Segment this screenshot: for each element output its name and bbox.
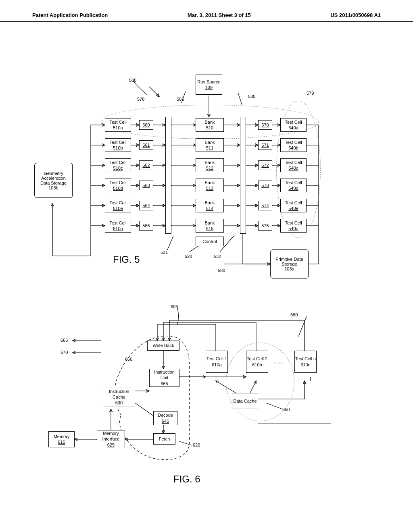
left-test-cell: Test Cell510b [105,138,131,152]
label-680: 680 [290,312,298,317]
right-test-cell: Test Cell540c [280,158,307,172]
label-665: 665 [60,338,68,343]
left-mid-box: 564 [139,201,153,210]
right-test-cell: Test Cell540b [280,138,307,152]
left-test-cell: Test Cell510e [105,199,131,212]
ellipsis-dots: ○ ○ ○ [274,361,283,365]
instr-cache-label: Instruction Cache [103,389,135,400]
write-back-box: Write Back [147,341,179,351]
instr-unit-ref: 665 [161,381,168,387]
test-cell-n: Test Cell n 610n [294,351,317,373]
vbar-left [165,117,171,234]
left-test-cell: Test Cell510n [105,219,131,233]
prim-ref: 103a [272,266,307,271]
control-label: Control [202,239,217,244]
right-mid-box: 571 [258,140,272,150]
svg-line-74 [135,403,155,417]
right-mid-box: 573 [258,181,272,190]
bank-box: Bank513 [196,179,224,192]
geom-l2: Acceleration [36,176,71,181]
left-test-cell: Test Cell510a [105,118,131,132]
instr-cache-box: Instruction Cache 630 [103,387,135,407]
mem-if-label: Memory Interface [97,430,125,442]
label-530: 530 [248,94,255,99]
test-cell-1: Test Cell 1 610a [206,351,228,373]
instr-cache-ref: 630 [115,400,123,405]
label-532: 532 [214,254,221,259]
prim-l1: Primitive Data [272,257,307,262]
label-578: 578 [137,97,144,102]
prim-storage: Primitive Data Storage 103a [270,252,309,276]
header-center: Mar. 3, 2011 Sheet 3 of 15 [188,12,251,18]
ray-source-ref: 139 [205,85,213,90]
left-mid-box: 565 [139,221,153,231]
fig6-title: FIG. 6 [173,474,200,485]
right-test-cell: Test Cell540a [280,118,307,132]
label-520: 520 [185,254,192,259]
header-right: US 2011/0050698 A1 [330,12,381,18]
instr-unit-label: Instruction Unit [150,369,179,381]
left-mid-box: 563 [139,181,153,190]
label-603: 603 [171,304,178,309]
decode-box: Decode 645 [153,411,177,425]
label-500: 500 [129,78,136,83]
write-back-label: Write Back [153,343,174,348]
tc2-ref: 610b [252,362,262,368]
decode-label: Decode [158,412,173,418]
svg-line-65 [298,316,307,337]
svg-line-1 [149,87,159,97]
fetch-label: Fetch [159,436,170,442]
right-mid-box: 575 [258,221,272,231]
label-505: 505 [177,97,184,102]
data-cache-box: Data Cache [232,393,258,409]
diagram-page: Ray Source 139 Control Geometry Accelera… [0,26,413,530]
bank-box: Bank510 [196,118,224,132]
right-test-cell: Test Cell540d [280,179,307,192]
fetch-box: Fetch [153,433,175,445]
decode-ref: 645 [162,418,169,424]
left-mid-box: 562 [139,160,153,170]
left-mid-box: 561 [139,140,153,150]
right-test-cell: Test Cell540n [280,219,307,233]
geom-l3: Data Storage [36,181,71,185]
label-650: 650 [282,407,290,412]
bank-box: Bank515 [196,219,224,233]
prim-l2: Storage [272,262,307,266]
tcn-ref: 610n [300,362,310,368]
label-580: 580 [218,268,225,273]
fig6-arrows [0,26,413,530]
right-test-cell: Test Cell540e [280,199,307,212]
bank-box: Bank511 [196,138,224,152]
label-620: 620 [193,443,200,447]
header-left: Patent Application Publication [32,12,108,18]
geom-ref: 103b [36,185,71,190]
svg-line-62 [167,236,173,250]
test-cell-2: Test Cell 2 610b [246,351,268,373]
memory-box: Memory 615 [48,431,75,447]
tc2-name: Test Cell 2 [247,356,267,362]
memory-label: Memory [54,434,70,439]
label-660: 660 [125,357,132,362]
ray-source-label: Ray Source [197,79,220,85]
tc1-ref: 610a [212,362,221,368]
tcn-name: Test Cell n [295,356,316,362]
ray-source-box: Ray Source 139 [196,75,222,95]
geom-l1: Geometry [36,171,71,176]
memory-ref: 615 [58,439,65,445]
tc1-name: Test Cell 1 [206,356,227,362]
vbar-right [240,117,246,234]
right-mid-box: 572 [258,160,272,170]
bank-box: Bank514 [196,199,224,212]
right-mid-box: 574 [258,201,272,210]
mem-if-box: Memory Interface 625 [97,430,125,448]
instr-unit-box: Instruction Unit 665 [149,369,179,387]
label-670: 670 [60,350,68,355]
left-mid-box: 560 [139,120,153,130]
right-mid-box: 570 [258,120,272,130]
left-test-cell: Test Cell510c [105,158,131,172]
fig5-title: FIG. 5 [113,254,140,265]
page-header: Patent Application Publication Mar. 3, 2… [0,0,413,22]
control-box: Control [196,237,224,246]
bank-box: Bank512 [196,158,224,172]
data-cache-label: Data Cache [233,398,257,404]
